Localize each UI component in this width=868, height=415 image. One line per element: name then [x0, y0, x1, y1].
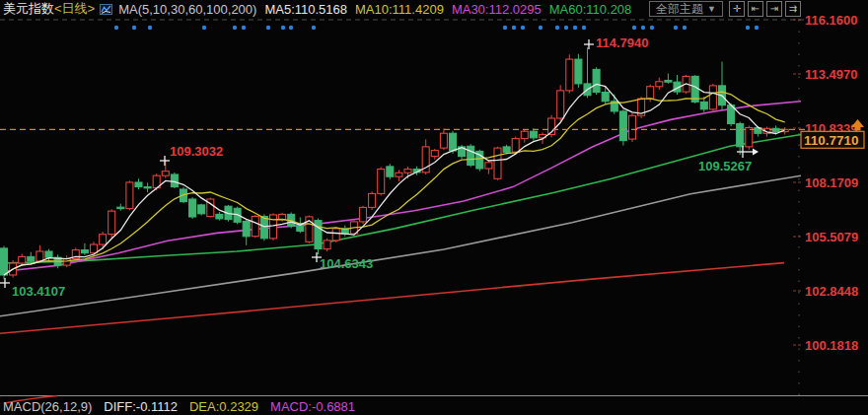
theme-selector-label: 全部主题	[656, 2, 703, 16]
price-annotation-label: 109.3032	[170, 144, 223, 159]
candle-body	[709, 86, 716, 109]
pan-crosshair-icon[interactable]: ✛	[729, 1, 745, 17]
candle-body	[126, 182, 133, 209]
macd-dea-value: DEA:0.2329	[189, 399, 258, 414]
ma5-value-label: MA5:110.5168	[264, 2, 347, 17]
event-dot	[521, 26, 525, 30]
trading-chart-window: 美元指数 <日线> MA(5,10,30,60,100,200) MA5:110…	[0, 0, 868, 415]
candle-body	[171, 174, 178, 187]
candle-body	[315, 221, 322, 249]
event-dot	[746, 26, 750, 30]
chart-type-icon[interactable]	[100, 3, 112, 16]
event-dot	[242, 26, 246, 30]
shift-chart-right-icon[interactable]: ⇉	[785, 1, 801, 17]
ma60-value-label: MA60:110.208	[549, 2, 632, 17]
candle-body	[135, 182, 142, 187]
period-label[interactable]: <日线>	[54, 0, 95, 18]
ma-line-ma30	[0, 102, 801, 272]
candle-body	[450, 133, 457, 151]
y-axis-label: 113.4970	[805, 67, 858, 82]
candle-body	[700, 102, 707, 108]
ma-line-ma5	[4, 84, 785, 275]
candle-body	[737, 124, 744, 147]
candle-body	[746, 128, 753, 147]
event-dot	[266, 26, 270, 30]
chart-canvas[interactable]: 103.4107109.3032104.6343114.7940109.5267…	[0, 0, 868, 415]
candle-body	[512, 139, 519, 153]
candle-body	[162, 172, 169, 176]
candle-body	[260, 217, 267, 239]
caret-down-icon: ▼	[707, 2, 716, 16]
y-axis-label: 108.1709	[805, 175, 858, 190]
candle-body	[117, 207, 124, 208]
candle-body	[63, 259, 70, 266]
event-dot	[755, 26, 759, 30]
event-dot	[312, 26, 316, 30]
event-dot	[503, 26, 507, 30]
macd-macd-value: MACD:-0.6881	[270, 399, 355, 414]
price-annotation-label: 114.7940	[596, 35, 649, 50]
ma-params-label: MA(5,10,30,60,100,200)	[118, 2, 256, 17]
candle-body	[503, 147, 510, 152]
price-up-arrow-icon	[855, 127, 861, 131]
candle-body	[404, 170, 411, 173]
event-dot	[674, 26, 678, 30]
candle-body	[431, 151, 438, 157]
candle-body	[440, 133, 447, 148]
candle-body	[369, 193, 376, 207]
price-annotation-label: 104.6343	[320, 256, 373, 271]
candle-body	[530, 131, 537, 138]
event-dot	[114, 26, 118, 30]
candle-body	[656, 82, 663, 87]
event-dot	[650, 26, 654, 30]
ma-line-ma10	[4, 92, 785, 275]
candle-body	[332, 229, 339, 241]
scale-axis-left-icon[interactable]: ⇤	[748, 1, 763, 17]
candle-body	[360, 207, 367, 222]
y-axis-label: 100.1818	[805, 338, 858, 353]
candle-body	[324, 241, 330, 249]
candle-body	[189, 199, 196, 217]
candle-body	[629, 115, 636, 139]
event-dot	[132, 26, 136, 30]
candle-body	[387, 167, 394, 176]
candle-body	[28, 256, 35, 261]
candle-body	[100, 235, 107, 244]
candle-body	[593, 69, 600, 92]
chart-header: 美元指数 <日线> MA(5,10,30,60,100,200) MA5:110…	[0, 0, 868, 18]
candle-body	[647, 87, 654, 99]
candle-body	[575, 59, 582, 84]
candle-body	[396, 173, 402, 176]
candle-body	[252, 217, 258, 237]
symbol-name: 美元指数	[3, 0, 54, 18]
latest-arrow-head	[753, 149, 759, 156]
theme-selector-button[interactable]: 全部主题 ▼	[649, 1, 723, 17]
event-dot	[539, 26, 542, 30]
macd-diff-value: DIFF:-0.1112	[104, 399, 178, 414]
candle-body	[602, 93, 609, 102]
candle-body	[485, 163, 492, 169]
event-dot	[512, 26, 516, 30]
scale-axis-right-icon[interactable]: ⇥	[766, 1, 782, 17]
event-dot	[683, 26, 687, 30]
event-dot	[632, 26, 636, 30]
candle-body	[1, 248, 8, 275]
candle-body	[81, 250, 88, 253]
candle-body	[557, 91, 564, 118]
candle-body	[521, 131, 528, 138]
candle-body	[91, 244, 98, 253]
price-annotation-label: 109.5267	[698, 159, 752, 173]
macd-params-label: MACD(26,12,9)	[3, 399, 92, 414]
candle-body	[468, 146, 474, 165]
candle-body	[144, 187, 151, 188]
candle-body	[243, 222, 250, 237]
event-dot	[289, 26, 293, 30]
event-dot	[641, 26, 645, 30]
candle-body	[45, 251, 52, 257]
macd-status-row[interactable]: MACD(26,12,9) DIFF:-0.1112 DEA:0.2329 MA…	[0, 398, 868, 415]
y-axis-label: 102.8448	[805, 284, 858, 299]
event-dot	[582, 26, 586, 30]
ma-line-ma200	[0, 263, 784, 334]
event-dot	[564, 26, 568, 30]
candle-body	[216, 214, 223, 219]
